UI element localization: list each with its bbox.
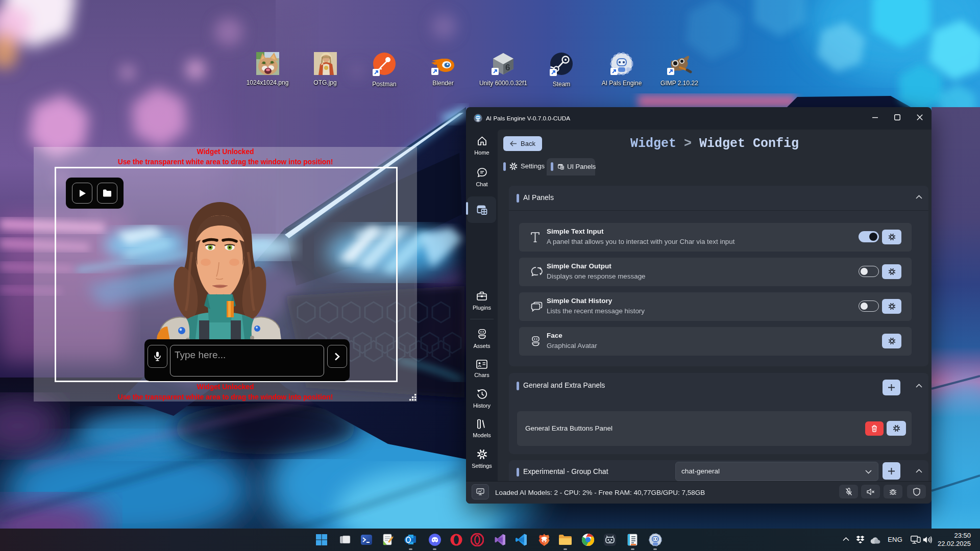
svg-text:6: 6	[505, 63, 510, 72]
